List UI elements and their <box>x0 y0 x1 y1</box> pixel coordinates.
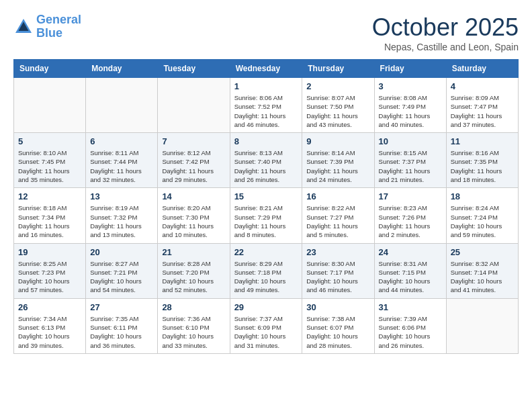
calendar-day-cell: 27Sunrise: 7:35 AM Sunset: 6:11 PM Dayli… <box>86 298 158 353</box>
calendar-day-cell: 20Sunrise: 8:27 AM Sunset: 7:21 PM Dayli… <box>86 243 158 298</box>
day-number: 11 <box>451 136 514 146</box>
calendar-day-cell: 22Sunrise: 8:29 AM Sunset: 7:18 PM Dayli… <box>230 243 302 298</box>
calendar-week-row: 26Sunrise: 7:34 AM Sunset: 6:13 PM Dayli… <box>14 298 519 353</box>
day-info: Sunrise: 8:21 AM Sunset: 7:29 PM Dayligh… <box>234 203 298 239</box>
calendar-week-row: 19Sunrise: 8:25 AM Sunset: 7:23 PM Dayli… <box>14 243 519 298</box>
calendar-day-cell: 23Sunrise: 8:30 AM Sunset: 7:17 PM Dayli… <box>302 243 374 298</box>
calendar-day-cell: 26Sunrise: 7:34 AM Sunset: 6:13 PM Dayli… <box>14 298 86 353</box>
calendar-day-cell <box>14 78 86 133</box>
logo: General Blue <box>13 13 81 40</box>
day-number: 3 <box>379 81 442 91</box>
calendar-week-row: 12Sunrise: 8:18 AM Sunset: 7:34 PM Dayli… <box>14 188 519 243</box>
calendar-day-cell: 30Sunrise: 7:38 AM Sunset: 6:07 PM Dayli… <box>302 298 374 353</box>
calendar-day-cell: 4Sunrise: 8:09 AM Sunset: 7:47 PM Daylig… <box>446 78 518 133</box>
calendar-day-cell: 15Sunrise: 8:21 AM Sunset: 7:29 PM Dayli… <box>230 188 302 243</box>
calendar-day-cell: 9Sunrise: 8:14 AM Sunset: 7:39 PM Daylig… <box>302 133 374 188</box>
day-info: Sunrise: 8:27 AM Sunset: 7:21 PM Dayligh… <box>90 259 153 295</box>
calendar-day-cell: 8Sunrise: 8:13 AM Sunset: 7:40 PM Daylig… <box>230 133 302 188</box>
day-info: Sunrise: 8:22 AM Sunset: 7:27 PM Dayligh… <box>306 203 369 239</box>
day-info: Sunrise: 8:31 AM Sunset: 7:15 PM Dayligh… <box>379 259 442 295</box>
calendar-day-cell <box>446 298 518 353</box>
day-info: Sunrise: 8:18 AM Sunset: 7:34 PM Dayligh… <box>18 203 81 239</box>
day-number: 9 <box>306 136 369 146</box>
calendar-day-cell: 10Sunrise: 8:15 AM Sunset: 7:37 PM Dayli… <box>374 133 446 188</box>
day-number: 22 <box>234 247 298 257</box>
day-info: Sunrise: 7:38 AM Sunset: 6:07 PM Dayligh… <box>306 314 369 350</box>
logo-line2: Blue <box>36 26 62 40</box>
calendar-day-cell <box>86 78 158 133</box>
day-info: Sunrise: 8:12 AM Sunset: 7:42 PM Dayligh… <box>162 148 225 184</box>
day-info: Sunrise: 8:15 AM Sunset: 7:37 PM Dayligh… <box>379 148 442 184</box>
calendar-day-cell: 5Sunrise: 8:10 AM Sunset: 7:45 PM Daylig… <box>14 133 86 188</box>
day-info: Sunrise: 8:25 AM Sunset: 7:23 PM Dayligh… <box>18 259 81 295</box>
day-number: 29 <box>234 302 298 312</box>
calendar-day-cell: 28Sunrise: 7:36 AM Sunset: 6:10 PM Dayli… <box>158 298 230 353</box>
day-number: 19 <box>18 247 81 257</box>
day-number: 8 <box>234 136 298 146</box>
day-number: 12 <box>18 191 81 201</box>
calendar-day-cell: 1Sunrise: 8:06 AM Sunset: 7:52 PM Daylig… <box>230 78 302 133</box>
month-title: October 2025 <box>372 13 519 42</box>
day-number: 17 <box>379 191 442 201</box>
calendar-day-cell: 24Sunrise: 8:31 AM Sunset: 7:15 PM Dayli… <box>374 243 446 298</box>
day-number: 1 <box>234 81 298 91</box>
day-number: 25 <box>451 247 514 257</box>
logo-icon <box>13 17 34 37</box>
weekday-header-cell: Wednesday <box>230 60 302 78</box>
day-number: 6 <box>90 136 153 146</box>
day-info: Sunrise: 8:29 AM Sunset: 7:18 PM Dayligh… <box>234 259 298 295</box>
calendar-day-cell: 13Sunrise: 8:19 AM Sunset: 7:32 PM Dayli… <box>86 188 158 243</box>
day-info: Sunrise: 8:11 AM Sunset: 7:44 PM Dayligh… <box>90 148 153 184</box>
weekday-header-cell: Friday <box>374 60 446 78</box>
day-info: Sunrise: 8:14 AM Sunset: 7:39 PM Dayligh… <box>306 148 369 184</box>
day-number: 27 <box>90 302 153 312</box>
calendar-week-row: 5Sunrise: 8:10 AM Sunset: 7:45 PM Daylig… <box>14 133 519 188</box>
logo-text: General Blue <box>36 13 81 40</box>
calendar-day-cell <box>158 78 230 133</box>
day-number: 26 <box>18 302 81 312</box>
calendar-day-cell: 19Sunrise: 8:25 AM Sunset: 7:23 PM Dayli… <box>14 243 86 298</box>
day-number: 4 <box>451 81 514 91</box>
day-number: 13 <box>90 191 153 201</box>
day-info: Sunrise: 8:30 AM Sunset: 7:17 PM Dayligh… <box>306 259 369 295</box>
calendar-day-cell: 31Sunrise: 7:39 AM Sunset: 6:06 PM Dayli… <box>374 298 446 353</box>
day-info: Sunrise: 7:35 AM Sunset: 6:11 PM Dayligh… <box>90 314 153 350</box>
calendar-table: SundayMondayTuesdayWednesdayThursdayFrid… <box>13 59 519 354</box>
calendar-week-row: 1Sunrise: 8:06 AM Sunset: 7:52 PM Daylig… <box>14 78 519 133</box>
calendar-day-cell: 6Sunrise: 8:11 AM Sunset: 7:44 PM Daylig… <box>86 133 158 188</box>
calendar-day-cell: 14Sunrise: 8:20 AM Sunset: 7:30 PM Dayli… <box>158 188 230 243</box>
day-number: 24 <box>379 247 442 257</box>
day-info: Sunrise: 8:16 AM Sunset: 7:35 PM Dayligh… <box>451 148 514 184</box>
calendar-day-cell: 7Sunrise: 8:12 AM Sunset: 7:42 PM Daylig… <box>158 133 230 188</box>
day-number: 10 <box>379 136 442 146</box>
day-info: Sunrise: 7:37 AM Sunset: 6:09 PM Dayligh… <box>234 314 298 350</box>
calendar-day-cell: 2Sunrise: 8:07 AM Sunset: 7:50 PM Daylig… <box>302 78 374 133</box>
weekday-header-cell: Saturday <box>446 60 518 78</box>
day-info: Sunrise: 8:10 AM Sunset: 7:45 PM Dayligh… <box>18 148 81 184</box>
day-number: 5 <box>18 136 81 146</box>
title-area: October 2025 Nepas, Castille and Leon, S… <box>372 13 519 52</box>
day-info: Sunrise: 8:13 AM Sunset: 7:40 PM Dayligh… <box>234 148 298 184</box>
calendar-day-cell: 18Sunrise: 8:24 AM Sunset: 7:24 PM Dayli… <box>446 188 518 243</box>
day-info: Sunrise: 7:34 AM Sunset: 6:13 PM Dayligh… <box>18 314 81 350</box>
day-number: 31 <box>379 302 442 312</box>
weekday-header-cell: Tuesday <box>158 60 230 78</box>
calendar-day-cell: 17Sunrise: 8:23 AM Sunset: 7:26 PM Dayli… <box>374 188 446 243</box>
day-number: 30 <box>306 302 369 312</box>
day-number: 18 <box>451 191 514 201</box>
day-number: 15 <box>234 191 298 201</box>
calendar-day-cell: 16Sunrise: 8:22 AM Sunset: 7:27 PM Dayli… <box>302 188 374 243</box>
calendar-day-cell: 25Sunrise: 8:32 AM Sunset: 7:14 PM Dayli… <box>446 243 518 298</box>
day-number: 28 <box>162 302 225 312</box>
day-info: Sunrise: 7:39 AM Sunset: 6:06 PM Dayligh… <box>379 314 442 350</box>
logo-line1: General <box>36 13 81 26</box>
day-number: 16 <box>306 191 369 201</box>
day-info: Sunrise: 8:24 AM Sunset: 7:24 PM Dayligh… <box>451 203 514 239</box>
calendar-day-cell: 29Sunrise: 7:37 AM Sunset: 6:09 PM Dayli… <box>230 298 302 353</box>
day-number: 20 <box>90 247 153 257</box>
day-info: Sunrise: 8:19 AM Sunset: 7:32 PM Dayligh… <box>90 203 153 239</box>
header: General Blue October 2025 Nepas, Castill… <box>13 13 519 52</box>
day-number: 23 <box>306 247 369 257</box>
weekday-header-cell: Sunday <box>14 60 86 78</box>
day-info: Sunrise: 8:23 AM Sunset: 7:26 PM Dayligh… <box>379 203 442 239</box>
